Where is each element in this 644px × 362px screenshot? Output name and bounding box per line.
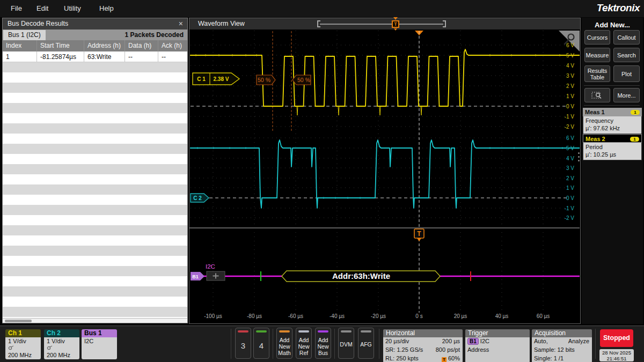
time-axis-label: -60 µs bbox=[288, 313, 303, 319]
ch1-waveform-trace bbox=[190, 49, 580, 106]
time-axis-label: 60 µs bbox=[537, 313, 550, 319]
empty-table-rows bbox=[3, 62, 187, 318]
callout-button[interactable]: Callout bbox=[613, 30, 640, 45]
acquisition-mode: Auto, bbox=[534, 338, 548, 344]
horizontal-recordlength: RL: 250 kpts bbox=[385, 355, 419, 361]
col-ack: Ack (h) bbox=[158, 40, 187, 51]
meas2-badge[interactable]: Meas 2 1 Period µ': 10.25 µs bbox=[583, 134, 642, 160]
time-axis-label: 40 µs bbox=[495, 313, 509, 319]
add-new-math-button[interactable]: Add New Math bbox=[276, 328, 292, 359]
slider-track[interactable] bbox=[320, 24, 443, 25]
dvm-button[interactable]: DVM bbox=[338, 328, 354, 359]
menu-edit[interactable]: Edit bbox=[33, 0, 52, 17]
ch2-volt-label: 0 V bbox=[566, 195, 574, 201]
plot-button[interactable]: Plot bbox=[613, 65, 640, 82]
divider bbox=[379, 329, 379, 359]
bottom-settings-bar: Ch 1 1 V/div 200 MHz Ch 2 1 V/div 200 MH… bbox=[0, 326, 644, 362]
ch2-badge-name: C 2 bbox=[193, 195, 202, 201]
ch4-button[interactable]: 4 bbox=[253, 328, 269, 359]
menu-utility[interactable]: Utility bbox=[61, 0, 84, 17]
ch2-bandwidth: 200 MHz bbox=[47, 352, 79, 359]
ref-color-stripe bbox=[298, 330, 309, 333]
trigger-mode: Address bbox=[465, 346, 530, 354]
time-axis-label: 20 µs bbox=[454, 313, 467, 319]
acquisition-panel[interactable]: Acquisition Auto, Analyze Sample: 12 bit… bbox=[532, 329, 592, 362]
ch1-settings-badge[interactable]: Ch 1 1 V/div 200 MHz bbox=[5, 329, 41, 359]
bus-tab-row: Bus 1 (I2C) 1 Packets Decoded bbox=[3, 29, 187, 40]
zoom-box-button[interactable] bbox=[584, 88, 610, 102]
meas1-count-badge: 1 bbox=[631, 110, 640, 115]
panel-title-text: Bus Decode Results bbox=[8, 20, 68, 27]
meas1-value: µ': 97.62 kHz bbox=[586, 125, 639, 132]
cell-index: 1 bbox=[3, 51, 37, 62]
datetime-display: 28 Nov 2025 21:46:51 bbox=[599, 349, 634, 361]
bus-b1-badge[interactable]: B1 bbox=[191, 272, 204, 280]
search-button[interactable]: Search bbox=[613, 48, 640, 62]
table-hscrollbar[interactable] bbox=[3, 318, 187, 323]
waveform-view-panel: Waveform View T bbox=[189, 18, 581, 324]
trigger-title: Trigger bbox=[465, 329, 530, 337]
meas2-body: Period µ': 10.25 µs bbox=[583, 143, 642, 160]
menu-file[interactable]: File bbox=[8, 0, 25, 17]
cell-address: 63:Write bbox=[84, 51, 125, 62]
i2c-decode-box[interactable]: Addr:63h:Write bbox=[282, 271, 440, 282]
ch1-volt-label: -2 V bbox=[565, 124, 575, 130]
ch2-settings-badge[interactable]: Ch 2 1 V/div 200 MHz bbox=[44, 329, 79, 359]
math-label: Add New Math bbox=[277, 337, 292, 356]
packets-decoded-count: 1 Packets Decoded bbox=[125, 29, 184, 40]
cell-ack: -- bbox=[158, 51, 187, 62]
ch1-badge-name: C 1 bbox=[197, 76, 206, 82]
horizontal-window: 200 µs bbox=[442, 338, 460, 345]
add-new-ref-button[interactable]: Add New Ref bbox=[296, 328, 312, 359]
waveform-view-title: Waveform View bbox=[198, 20, 245, 27]
horizontal-pan-slider[interactable]: T bbox=[317, 18, 446, 29]
meas2-type: Period bbox=[586, 144, 639, 151]
col-data: Data (h) bbox=[125, 40, 158, 51]
cell-data: -- bbox=[125, 51, 158, 62]
table-row[interactable]: 1 -81.25874µs 63:Write -- -- bbox=[3, 51, 187, 62]
time-axis-label: -20 µs bbox=[371, 313, 386, 319]
more-button[interactable]: More... bbox=[613, 88, 640, 102]
panel-resize-handle[interactable] bbox=[578, 152, 580, 161]
cursors-button[interactable]: Cursors bbox=[584, 30, 610, 45]
trigger-b1-chip: B1 bbox=[467, 338, 479, 345]
time-axis-label: -100 µs bbox=[204, 313, 222, 319]
add-new-bus-button[interactable]: Add New Bus bbox=[315, 328, 331, 359]
trigger-position-handle[interactable]: T bbox=[392, 20, 399, 28]
run-stop-button[interactable]: Stopped bbox=[600, 329, 633, 347]
results-table-button[interactable]: Results Table bbox=[584, 65, 610, 82]
bus-label: Add New Bus bbox=[316, 337, 331, 356]
acquisition-analyze: Analyze bbox=[568, 338, 589, 345]
bus1-settings-badge[interactable]: Bus 1 I2C bbox=[82, 329, 117, 359]
trigger-t-marker[interactable]: T bbox=[414, 229, 424, 241]
tab-bus1-i2c[interactable]: Bus 1 (I2C) bbox=[3, 30, 46, 40]
meas1-badge[interactable]: Meas 1 1 Frequency µ': 97.62 kHz bbox=[583, 108, 642, 134]
measure-button[interactable]: Measure bbox=[584, 48, 610, 62]
menu-bar: File Edit Utility Help Tektronix bbox=[0, 0, 644, 17]
ch2-volt-label: 6 V bbox=[566, 135, 574, 141]
bus-add-button[interactable] bbox=[207, 271, 225, 280]
ch1-level-badge[interactable]: C 1 2.38 V bbox=[193, 73, 239, 85]
afg-button[interactable]: AFG bbox=[358, 328, 374, 359]
horizontal-title: Horizontal bbox=[383, 329, 463, 337]
ch1-volt-label: -1 V bbox=[565, 114, 575, 120]
col-start: Start Time bbox=[37, 40, 84, 51]
horizontal-panel[interactable]: Horizontal 20 µs/div 200 µs SR: 1.25 GS/… bbox=[383, 329, 463, 362]
magnifier-icon[interactable] bbox=[559, 31, 580, 51]
acquisition-single: Single: 1 /1 bbox=[532, 354, 592, 362]
trigger-panel[interactable]: Trigger B1 I2C Address bbox=[465, 329, 530, 362]
scrollbar-thumb[interactable] bbox=[5, 320, 32, 322]
close-icon[interactable]: × bbox=[179, 18, 183, 29]
ch1-volt-label: 0 V bbox=[566, 104, 574, 109]
menu-help[interactable]: Help bbox=[96, 0, 117, 17]
waveform-plot: C 1 2.38 V 50 % 50 % C 2 T bbox=[189, 29, 580, 324]
horizontal-samplerate: SR: 1.25 GS/s bbox=[385, 346, 423, 353]
ch3-button[interactable]: 3 bbox=[235, 328, 251, 359]
gate-right-label: 50 % bbox=[297, 77, 310, 83]
ch1-volt-label: 3 V bbox=[566, 73, 574, 79]
ch2-level-badge[interactable]: C 2 bbox=[191, 194, 209, 202]
bus-color-stripe bbox=[318, 330, 328, 333]
time-axis-label: -40 µs bbox=[330, 313, 345, 319]
probe-icon bbox=[47, 345, 53, 350]
bus-decode-results-panel: Bus Decode Results × Bus 1 (I2C) 1 Packe… bbox=[2, 18, 188, 323]
